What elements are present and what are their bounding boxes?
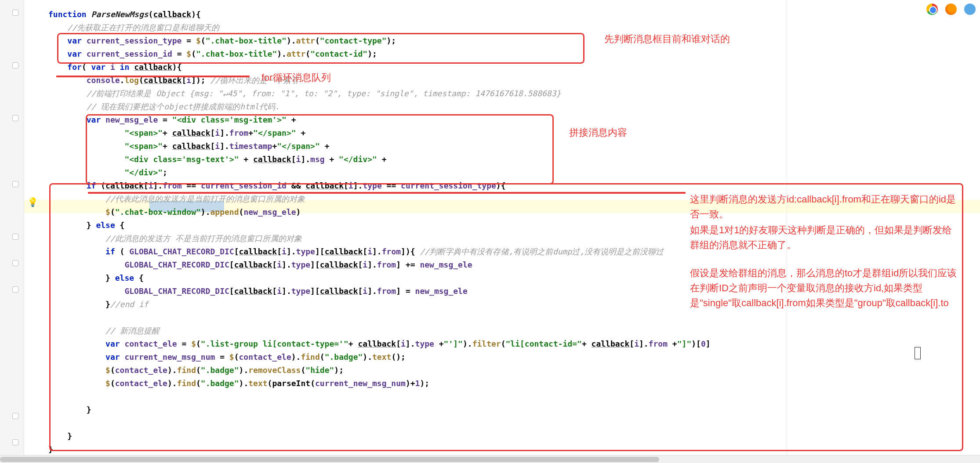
scrollbar-thumb[interactable] [0, 457, 659, 462]
fold-toggle-icon[interactable] [12, 439, 18, 445]
annotation-text-right-3: 假设是发给群组的消息，那么消息的to才是群组id所以我们应该在判断ID之前声明一… [690, 266, 962, 311]
fold-toggle-icon[interactable] [12, 260, 18, 266]
annotation-text-for: for循环消息队列 [261, 70, 331, 85]
annotation-text-splice: 拼接消息内容 [569, 125, 627, 140]
fold-toggle-icon[interactable] [12, 234, 18, 240]
gutter [0, 0, 24, 463]
safari-icon[interactable] [964, 4, 976, 15]
horizontal-scrollbar[interactable] [0, 455, 980, 463]
annotation-text-right-1: 这里判断消息的发送方id:callback[i].from和正在聊天窗口的id是… [690, 192, 958, 222]
fold-toggle-icon[interactable] [12, 115, 18, 121]
annotation-text-top: 先判断消息框目前和谁对话的 [604, 32, 730, 47]
annotation-text-right-2: 如果是1对1的好友聊天这种判断是正确的，但如果是判断发给群组的消息就不正确了。 [690, 223, 958, 253]
fold-toggle-icon[interactable] [12, 181, 18, 187]
firefox-icon[interactable] [945, 4, 957, 15]
lightbulb-icon[interactable]: 💡 [27, 197, 36, 206]
fold-toggle-icon[interactable] [12, 413, 18, 419]
fold-toggle-icon[interactable] [12, 10, 18, 16]
code-editor[interactable]: function ParseNewMsgs(callback){ //先获取正在… [48, 8, 711, 456]
chrome-icon[interactable] [926, 4, 938, 15]
browser-launch-icons [924, 4, 976, 15]
fold-toggle-icon[interactable] [12, 62, 18, 69]
cursor-position [915, 347, 921, 359]
fold-toggle-icon[interactable] [12, 286, 18, 293]
